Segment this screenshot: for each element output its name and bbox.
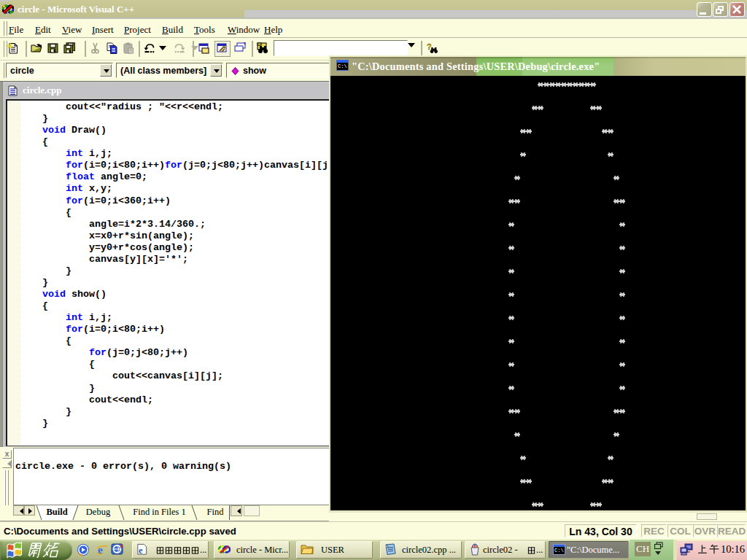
svg-text:?: ? [427, 42, 432, 51]
svg-text:C:\: C:\ [554, 548, 564, 553]
svg-text:e: e [139, 545, 143, 556]
svg-text:C:\: C:\ [338, 63, 347, 69]
